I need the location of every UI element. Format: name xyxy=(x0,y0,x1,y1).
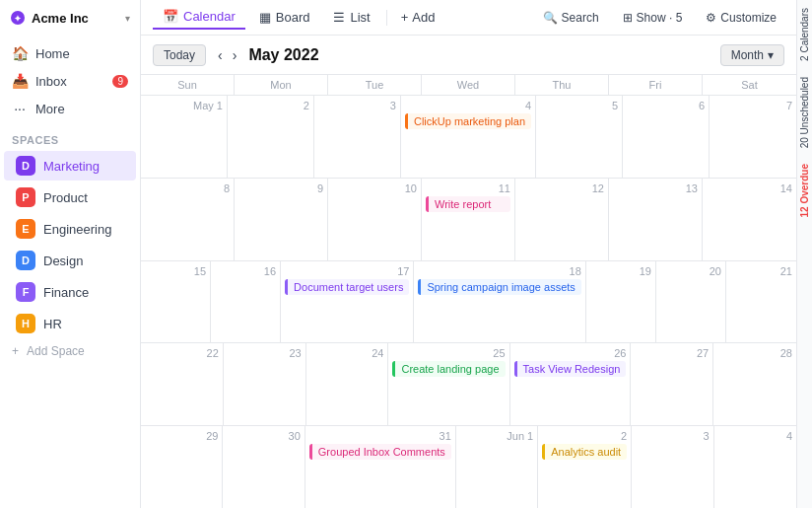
show-icon: ⊞ xyxy=(623,11,633,25)
cell-may21[interactable]: 21 xyxy=(726,261,796,343)
event-analytics-audit[interactable]: Analytics audit xyxy=(542,444,627,460)
cell-may27[interactable]: 27 xyxy=(631,343,713,425)
cell-jun2[interactable]: 2 Analytics audit xyxy=(538,426,632,508)
search-button[interactable]: 🔍 Search xyxy=(535,7,607,29)
tab-calendar[interactable]: 📅 Calendar xyxy=(153,5,245,30)
cell-may25[interactable]: 25 Create landing page xyxy=(388,343,509,425)
day-header-sat: Sat xyxy=(703,75,796,95)
prev-button[interactable]: ‹ xyxy=(214,45,227,65)
today-button[interactable]: Today xyxy=(153,44,206,66)
day-header-wed: Wed xyxy=(422,75,515,95)
list-tab-label: List xyxy=(350,10,370,25)
event-clickup-marketing[interactable]: ClickUp marketing plan xyxy=(405,113,531,129)
chevron-down-icon: ▾ xyxy=(768,48,774,62)
sidebar-space-finance[interactable]: F Finance xyxy=(4,277,136,307)
design-dot: D xyxy=(16,251,35,270)
cell-may1[interactable]: May 1 xyxy=(141,96,228,178)
add-label: Add xyxy=(412,10,435,25)
event-task-view-redesign[interactable]: Task View Redesign xyxy=(514,361,627,377)
cell-may28[interactable]: 28 xyxy=(713,343,796,425)
cell-may6[interactable]: 6 xyxy=(623,96,710,178)
add-space-button[interactable]: + Add Space xyxy=(0,339,140,363)
add-space-label: Add Space xyxy=(27,344,85,358)
event-spring-campaign[interactable]: Spring campaign image assets xyxy=(418,279,580,295)
tab-board[interactable]: ▦ Board xyxy=(249,6,320,29)
cell-may11[interactable]: 11 Write report xyxy=(422,179,515,260)
cell-may12[interactable]: 12 xyxy=(515,179,609,260)
cell-jun3[interactable]: 3 xyxy=(632,426,713,508)
cell-may4[interactable]: 4 ClickUp marketing plan xyxy=(401,96,536,178)
cell-may13[interactable]: 13 xyxy=(609,179,703,260)
sidebar-space-engineering[interactable]: E Engineering xyxy=(4,214,136,244)
cell-may24[interactable]: 24 xyxy=(306,343,389,425)
cell-may2[interactable]: 2 xyxy=(228,96,314,178)
topbar-separator xyxy=(386,10,387,26)
cell-may30[interactable]: 30 xyxy=(223,426,304,508)
cell-may5[interactable]: 5 xyxy=(536,96,623,178)
finance-dot: F xyxy=(16,282,35,302)
event-grouped-inbox[interactable]: Grouped Inbox Comments xyxy=(309,444,451,460)
design-label: Design xyxy=(43,254,83,268)
product-dot: P xyxy=(16,187,35,207)
inbox-icon: 📥 xyxy=(12,73,28,89)
event-write-report[interactable]: Write report xyxy=(426,196,510,212)
cell-may20[interactable]: 20 xyxy=(656,261,726,343)
cell-may18[interactable]: 18 Spring campaign image assets xyxy=(414,261,585,343)
company-name: Acme Inc xyxy=(32,11,119,26)
add-button[interactable]: + Add xyxy=(393,6,443,29)
event-create-landing[interactable]: Create landing page xyxy=(392,361,505,377)
customize-button[interactable]: ⚙ Customize xyxy=(698,7,784,29)
cell-may10[interactable]: 10 xyxy=(328,179,422,260)
calendars-count[interactable]: 2 Calendars xyxy=(797,0,812,69)
home-icon: 🏠 xyxy=(12,45,28,61)
sidebar-inbox-label: Inbox xyxy=(35,74,67,89)
tab-list[interactable]: ☰ List xyxy=(323,6,379,29)
event-document-target[interactable]: Document target users xyxy=(285,279,409,295)
sidebar-space-marketing[interactable]: D Marketing xyxy=(4,151,136,181)
sidebar-item-more[interactable]: ··· More xyxy=(0,95,140,122)
show-label: Show · 5 xyxy=(637,11,683,25)
sidebar-space-product[interactable]: P Product xyxy=(4,182,136,212)
cell-may16[interactable]: 16 xyxy=(211,261,281,343)
cell-may14[interactable]: 14 xyxy=(703,179,796,260)
cell-may3[interactable]: 3 xyxy=(314,96,401,178)
sidebar-space-hr[interactable]: H HR xyxy=(4,309,136,338)
search-icon: 🔍 xyxy=(543,11,558,25)
cell-may29[interactable]: 29 xyxy=(141,426,223,508)
cell-may22[interactable]: 22 xyxy=(141,343,224,425)
sidebar-item-inbox[interactable]: 📥 Inbox 9 xyxy=(0,67,140,95)
cell-may8[interactable]: 8 xyxy=(141,179,235,260)
cell-jun1[interactable]: Jun 1 xyxy=(456,426,538,508)
overdue-count[interactable]: 12 Overdue xyxy=(797,156,812,225)
view-button[interactable]: Month ▾ xyxy=(720,44,784,66)
day-header-thu: Thu xyxy=(515,75,609,95)
next-button[interactable]: › xyxy=(229,45,241,65)
cell-may26[interactable]: 26 Task View Redesign xyxy=(510,343,632,425)
calendar-tab-label: Calendar xyxy=(183,9,236,24)
cell-may31[interactable]: 31 Grouped Inbox Comments xyxy=(305,426,456,508)
sidebar-space-design[interactable]: D Design xyxy=(4,246,136,275)
cell-may7[interactable]: 7 xyxy=(710,96,796,178)
cell-jun4[interactable]: 4 xyxy=(714,426,796,508)
cell-may9[interactable]: 9 xyxy=(235,179,328,260)
search-label: Search xyxy=(562,11,599,25)
hr-dot: H xyxy=(16,314,35,333)
week-1: May 1 2 3 4 ClickUp marketing plan 5 6 7 xyxy=(141,96,796,179)
unscheduled-count[interactable]: 20 Unscheduled xyxy=(797,69,812,156)
calendar-grid: Sun Mon Tue Wed Thu Fri Sat May 1 2 3 4 … xyxy=(141,75,796,508)
cell-may19[interactable]: 19 xyxy=(586,261,656,343)
day-header-fri: Fri xyxy=(609,75,703,95)
cell-may15[interactable]: 15 xyxy=(141,261,211,343)
chevron-down-icon: ▾ xyxy=(125,13,130,24)
topbar-right: 🔍 Search ⊞ Show · 5 ⚙ Customize xyxy=(535,7,784,29)
show-button[interactable]: ⊞ Show · 5 xyxy=(615,7,691,29)
svg-text:✦: ✦ xyxy=(14,14,22,24)
cell-may23[interactable]: 23 xyxy=(224,343,306,425)
sidebar: ✦ Acme Inc ▾ 🏠 Home 📥 Inbox 9 ··· More S… xyxy=(0,0,141,508)
sidebar-item-home[interactable]: 🏠 Home xyxy=(0,39,140,67)
plus-icon: + xyxy=(12,344,19,358)
calendar-container: Today ‹ › May 2022 Month ▾ Sun Mon Tue W… xyxy=(141,36,796,508)
calendar-days-header: Sun Mon Tue Wed Thu Fri Sat xyxy=(141,75,796,96)
board-tab-label: Board xyxy=(276,10,310,25)
cell-may17[interactable]: 17 Document target users xyxy=(281,261,414,343)
